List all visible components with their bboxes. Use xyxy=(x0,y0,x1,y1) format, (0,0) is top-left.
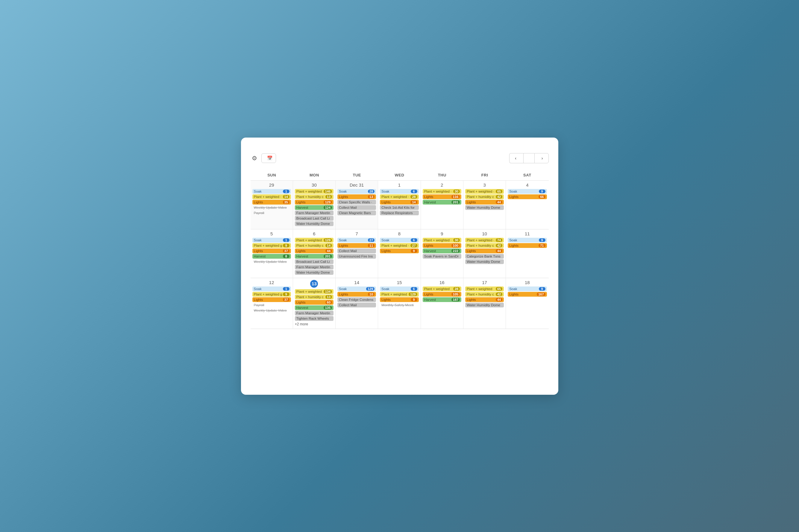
event-item[interactable]: Weekly Update Video xyxy=(252,205,291,210)
event-item[interactable]: Lights129 xyxy=(295,200,333,205)
event-item[interactable]: Water Humidity Dome xyxy=(295,270,333,275)
event-item[interactable]: Soak27 xyxy=(338,238,376,243)
event-item[interactable]: Plant + weighted129 xyxy=(295,238,333,243)
event-item[interactable]: Plant + weighted g9 xyxy=(252,243,291,248)
event-item[interactable]: Lights37 xyxy=(252,297,291,302)
event-item[interactable]: Plant + humidity c42 xyxy=(465,292,504,297)
event-item[interactable]: Harvest187 xyxy=(423,297,461,302)
next-button[interactable]: › xyxy=(534,153,549,163)
event-item[interactable]: Clean Fridge Condens xyxy=(338,297,376,302)
event-item[interactable]: Harvest222 xyxy=(423,248,461,253)
event-item[interactable]: Plant + humidity c14 xyxy=(295,243,333,248)
event-item[interactable]: Soak9 xyxy=(508,286,547,291)
event-item[interactable]: Soak1 xyxy=(252,238,291,243)
event-item[interactable]: Plant + humidity c13 xyxy=(295,194,333,199)
event-item[interactable]: Lights9 xyxy=(380,248,418,253)
event-item[interactable]: Soak1 xyxy=(252,286,291,291)
event-item[interactable]: Clean Magnetic Bars xyxy=(338,211,376,215)
event-item[interactable]: Lights44 xyxy=(465,248,504,253)
event-item[interactable]: Plant + weighted ·30 xyxy=(423,189,461,194)
event-item[interactable]: Plant + weighted ·14 xyxy=(252,194,291,199)
event-item[interactable]: Harvest135 xyxy=(295,305,333,310)
event-item[interactable]: Weekly Update Video xyxy=(252,259,291,264)
event-name: Plant + weighted · xyxy=(467,238,496,242)
event-item[interactable]: Replace Respirators xyxy=(380,211,418,215)
event-item[interactable]: Plant + weighted28 xyxy=(423,286,461,291)
event-item[interactable]: Clean Specific Walls · xyxy=(338,200,376,205)
event-item[interactable]: Soak6 xyxy=(380,286,418,291)
event-item[interactable]: Farm Manager Meetin xyxy=(295,265,333,269)
event-item[interactable]: Soak6 xyxy=(380,238,418,243)
event-item[interactable]: Plant + weighted g9 xyxy=(252,292,291,297)
event-item[interactable]: Plant + weighted ·65 xyxy=(465,189,504,194)
event-item[interactable]: Plant + weighted ·28 xyxy=(380,194,418,199)
event-item[interactable]: Lights105 xyxy=(423,292,461,297)
event-item[interactable]: Check 1st-Aid Kits for xyxy=(380,205,418,210)
event-item[interactable]: Lights66 xyxy=(508,194,547,199)
event-item[interactable]: Harvest124 xyxy=(295,205,333,210)
more-link[interactable]: +2 more xyxy=(295,322,333,326)
event-item[interactable]: Lights167 xyxy=(508,292,547,297)
event-item[interactable]: Lights35 xyxy=(252,200,291,205)
event-item[interactable]: Plant + weighted129 xyxy=(380,292,418,297)
event-item[interactable]: Weekly Update Video xyxy=(252,308,291,313)
event-item[interactable]: Harvest201 xyxy=(423,200,461,205)
event-item[interactable]: Lights44 xyxy=(295,248,333,253)
event-item[interactable]: Payroll xyxy=(252,211,291,215)
event-item[interactable]: Soak9 xyxy=(508,189,547,194)
event-item[interactable]: Tighten Rack Wheels xyxy=(295,316,333,321)
event-badge: 9 xyxy=(411,249,417,253)
event-item[interactable]: Collect Mail xyxy=(338,205,376,210)
event-item[interactable]: Soak6 xyxy=(380,189,418,194)
event-item[interactable]: Categorize Bank Txns xyxy=(465,254,504,259)
event-item[interactable]: Plant + weighted ·30 xyxy=(423,238,461,243)
event-item[interactable]: Lights100 xyxy=(423,243,461,248)
event-item[interactable]: Lights11 xyxy=(338,243,376,248)
event-item[interactable]: Broadcast Last Call Li xyxy=(295,216,333,221)
event-item[interactable]: Farm Manager Meetin xyxy=(295,211,333,215)
event-item[interactable]: Soak Pavers in SaniDr xyxy=(423,254,461,259)
event-item[interactable]: Collect Mail xyxy=(338,248,376,253)
event-item[interactable]: Lights37 xyxy=(252,248,291,253)
event-item[interactable]: Lights44 xyxy=(465,200,504,205)
today-button[interactable] xyxy=(523,153,534,163)
event-item[interactable]: Lights13 xyxy=(338,194,376,199)
event-item[interactable]: Harvest201 xyxy=(295,254,333,259)
event-item[interactable]: Lights60 xyxy=(295,300,333,305)
event-item[interactable]: Unannounced Fire Ins xyxy=(338,254,376,259)
event-item[interactable]: Plant + humidity c13 xyxy=(295,294,333,299)
event-item[interactable]: Water Humidity Dome xyxy=(465,205,504,210)
event-item[interactable]: Lights9 xyxy=(380,297,418,302)
event-item[interactable]: Farm Manager Meetin xyxy=(295,311,333,316)
event-item[interactable]: Collect Mail xyxy=(338,303,376,307)
event-item[interactable]: Plant + weighted ·74 xyxy=(465,238,504,243)
settings-button[interactable]: ⚙ xyxy=(251,153,258,163)
event-item[interactable]: Soak9 xyxy=(508,238,547,243)
event-name: Water Humidity Dome xyxy=(467,303,502,307)
event-item[interactable]: Soak1 xyxy=(252,189,291,194)
event-item[interactable]: Plant + weighted146 xyxy=(295,189,333,194)
event-item[interactable]: Plant + weighted65 xyxy=(465,286,504,291)
event-item[interactable]: Broadcast Last Call Li xyxy=(295,259,333,264)
date-input-wrap[interactable]: 📅 xyxy=(261,153,276,163)
event-item[interactable]: Water Humidity Dome xyxy=(465,259,504,264)
event-item[interactable]: Plant + humidity c42 xyxy=(465,243,504,248)
event-item[interactable]: Lights44 xyxy=(465,297,504,302)
event-item[interactable]: Plant + humidity c42 xyxy=(465,194,504,199)
event-item[interactable]: Water Humidity Dome xyxy=(295,221,333,226)
event-item[interactable]: Harvest8 xyxy=(252,254,291,259)
event-item[interactable]: Lights116 xyxy=(423,194,461,199)
event-name: Soak xyxy=(381,238,411,242)
event-item[interactable]: Payroll xyxy=(252,303,291,307)
event-item[interactable]: Lights71 xyxy=(508,243,547,248)
event-item[interactable]: Plant + weighted ·27 xyxy=(380,243,418,248)
event-item[interactable]: Monthly Safety Meeti xyxy=(380,303,418,307)
event-item[interactable]: Lights10 xyxy=(338,292,376,297)
event-item[interactable]: Water Humidity Dome xyxy=(465,303,504,307)
event-item[interactable]: Soak129 xyxy=(338,286,376,291)
event-item[interactable]: Lights14 xyxy=(380,200,418,205)
event-item[interactable]: Soak28 xyxy=(338,189,376,194)
event-item[interactable]: Plant + weighted134 xyxy=(295,289,333,294)
prev-button[interactable]: ‹ xyxy=(509,153,523,163)
event-badge: 9 xyxy=(283,244,290,247)
